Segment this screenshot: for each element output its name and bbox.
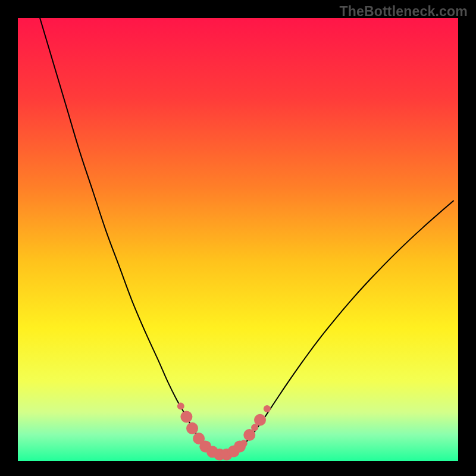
- marker-dot: [264, 405, 271, 412]
- marker-dot: [240, 440, 248, 447]
- chart-svg: [18, 18, 458, 461]
- marker-dot: [254, 414, 266, 426]
- chart-plot-area: [18, 18, 458, 461]
- marker-dot: [180, 411, 192, 423]
- marker-dot: [186, 422, 198, 434]
- chart-background: [18, 18, 458, 461]
- watermark-text: TheBottleneck.com: [339, 4, 468, 20]
- outer-frame: TheBottleneck.com: [0, 0, 476, 476]
- marker-dot: [177, 403, 184, 410]
